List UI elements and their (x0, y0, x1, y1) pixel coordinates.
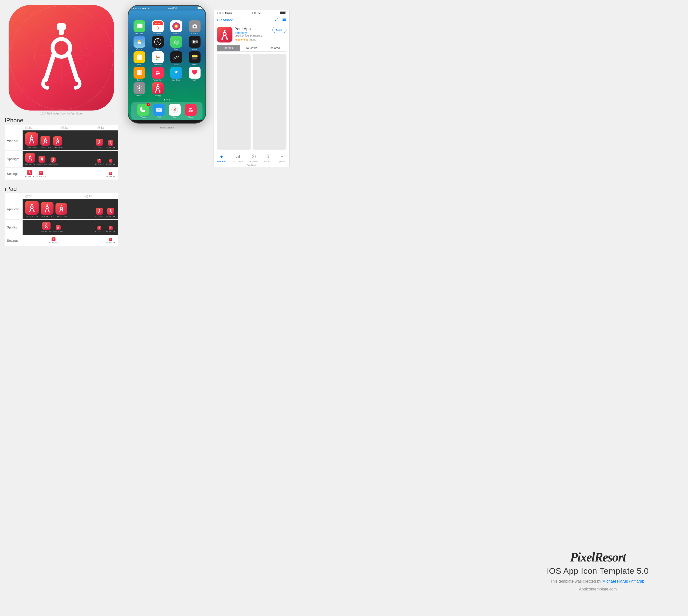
app-ibooks[interactable]: iBooks (130, 66, 148, 81)
app-itunes[interactable]: iTunes Store (149, 66, 167, 81)
icon-ipad-sp-50-img (56, 225, 61, 230)
svg-point-96 (111, 239, 111, 240)
svg-point-115 (156, 56, 157, 57)
svg-point-6 (52, 39, 70, 57)
icon-80: 80 iOS 7/8 (95, 139, 104, 148)
svg-line-19 (44, 141, 45, 144)
app-wallet[interactable]: Wallet (186, 51, 204, 66)
icon-ipad-167: 167 iPad Pro (25, 201, 39, 217)
as-app-company[interactable]: company › (235, 31, 270, 35)
app-health[interactable]: Health (186, 66, 204, 81)
scale-2x: @2x (61, 126, 97, 129)
svg-rect-153 (224, 30, 225, 31)
svg-line-64 (33, 208, 34, 211)
svg-point-102 (137, 42, 141, 44)
as-dot-3 (220, 13, 221, 14)
website-label[interactable]: Appicontemplate.com (579, 587, 617, 591)
svg-line-44 (52, 160, 53, 161)
appstore-label: App Store (172, 79, 180, 81)
app-videos[interactable]: Videos (186, 35, 204, 50)
app-messages[interactable]: Messages (130, 20, 148, 35)
clock-label: Clock (156, 48, 160, 50)
svg-line-25 (58, 141, 59, 144)
svg-rect-130 (158, 71, 158, 74)
bluetooth-icon: ✦ (195, 7, 197, 9)
svg-rect-124 (192, 57, 197, 60)
app-photos[interactable]: Photos (167, 20, 185, 35)
as-updates-icon (280, 154, 284, 160)
icon-ipad-sp-100: 100 iOS 7/8 (41, 222, 51, 233)
app-appstore[interactable]: App Store (167, 66, 185, 81)
as-tabbar-explore[interactable]: Explore (250, 154, 257, 163)
author-name[interactable]: Michael Flarup (@flarup) (602, 579, 645, 583)
app-weather[interactable]: Weather (130, 35, 148, 50)
pixel-resort-logo: PixelResort (570, 551, 626, 564)
dock-safari[interactable]: Safari (169, 104, 181, 118)
app-yourapp[interactable]: Your App (149, 82, 167, 97)
svg-rect-69 (61, 205, 62, 206)
weather-icon (134, 36, 145, 48)
icon-57-img (108, 140, 113, 146)
as-share-icon[interactable] (275, 17, 279, 23)
svg-point-9 (45, 86, 49, 90)
icon-ipad-72: 72 iOS 5/6 (106, 208, 115, 217)
app-clock[interactable]: Clock (149, 35, 167, 50)
app-camera[interactable]: Camera (186, 20, 204, 35)
icon-ipad-76-img (96, 208, 103, 215)
itunes-icon (152, 67, 164, 79)
app-notes[interactable]: Notes (130, 51, 148, 66)
svg-point-106 (157, 41, 158, 42)
camera-label: Camera (191, 33, 198, 35)
as-tab-details[interactable]: Details (217, 45, 240, 51)
as-menu-icon[interactable] (282, 17, 286, 23)
as-tabbar-topchart[interactable]: Top Charts (233, 154, 244, 163)
dock-phone[interactable]: 1 Phone (137, 104, 149, 118)
dock: 1 Phone Mail (131, 102, 203, 120)
svg-rect-5 (59, 30, 64, 35)
icon-ipad-144: 144 iOS 5/6 (55, 203, 67, 217)
as-get-button[interactable]: GET (272, 27, 286, 33)
app-calendar[interactable]: Monday 8 Calendar (149, 20, 167, 35)
carrier-label: Flarup (140, 7, 146, 9)
signal-dot-4 (136, 7, 137, 8)
svg-line-37 (31, 158, 32, 160)
as-featured-label: Featured (217, 160, 226, 162)
icon-ipad-152-label: 152 iOS 7/8 (42, 215, 52, 217)
icon-120-label: 120 iOS 7/8 (40, 146, 50, 148)
app-settings[interactable]: Settings (130, 82, 148, 97)
ipad-section: iPad @2x @1x App Icon 167 iPad Pro (5, 183, 118, 246)
svg-point-1 (42, 36, 81, 75)
icon-sp-29-img (109, 159, 112, 162)
app-stocks[interactable]: Stocks (167, 51, 185, 66)
as-tabbar-featured[interactable]: ★ Featured (217, 154, 226, 163)
messages-icon (134, 20, 145, 32)
svg-rect-134 (157, 85, 158, 86)
page-dot-1 (164, 99, 165, 101)
svg-line-88 (59, 228, 59, 229)
as-screenshot-2 (253, 54, 286, 150)
as-tab-bar: ★ Featured Top Charts Explore Search (214, 152, 290, 164)
as-tab-reviews[interactable]: Reviews (240, 45, 263, 51)
as-tabbar-search[interactable]: Search (264, 154, 271, 163)
svg-line-84 (47, 226, 47, 228)
phone-badge: 1 (146, 103, 150, 106)
svg-point-146 (191, 110, 193, 112)
music-dock-icon (185, 104, 197, 116)
icon-sp-58-label: 58 iOS 5/6 (49, 163, 58, 165)
health-label: Health (192, 79, 197, 81)
svg-rect-42 (53, 158, 54, 159)
dock-mail[interactable]: Mail (153, 104, 165, 118)
icon-sp-58: 58 iOS 5/6 (49, 157, 58, 165)
dock-music[interactable]: Music (185, 104, 197, 118)
as-tab-related[interactable]: Related (263, 45, 286, 51)
main-icon-container: 1024 Retina App Icon for App Store (5, 5, 118, 115)
as-back-button[interactable]: ‹ Featured (217, 18, 233, 22)
app-reminders[interactable]: Reminders (149, 51, 167, 66)
as-tabbar-updates[interactable]: Updates (278, 154, 286, 163)
svg-line-55 (30, 172, 30, 174)
signal-dot-2 (133, 7, 134, 8)
svg-rect-126 (139, 70, 142, 75)
wallet-icon (189, 51, 201, 63)
app-maps[interactable]: 280 Maps (167, 35, 185, 50)
photos-icon (170, 20, 182, 32)
